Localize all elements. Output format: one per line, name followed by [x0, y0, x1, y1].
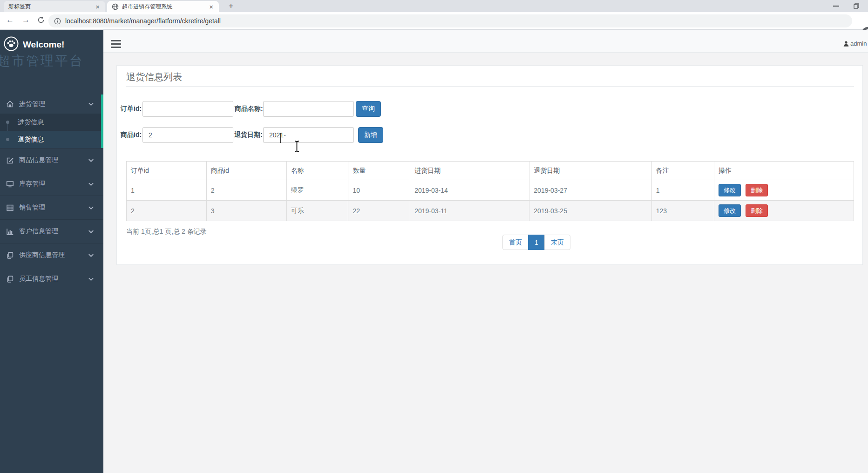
chevron-down-icon	[88, 229, 94, 235]
add-form-row: 商品id: 退货日期: 新增	[117, 127, 862, 143]
sidebar-item-sales-mgmt[interactable]: 销售管理	[0, 196, 103, 219]
sidebar-item-supplier-info-mgmt[interactable]: 供应商信息管理	[0, 243, 103, 267]
globe-icon	[112, 3, 119, 10]
user-name: admin	[850, 40, 867, 47]
cell-product-id: 2	[206, 180, 286, 201]
paw-icon	[4, 36, 19, 53]
cell-name: 可乐	[286, 201, 348, 221]
col-header: 数量	[348, 162, 410, 180]
cell-order-id: 2	[127, 201, 207, 221]
sidebar-subitem-label: 进货信息	[18, 118, 44, 127]
edit-icon	[6, 156, 14, 164]
cell-return-date: 2019-03-27	[529, 180, 651, 201]
cell-actions: 修改 删除	[714, 201, 854, 221]
col-header: 退货日期	[529, 162, 651, 180]
pagination-first[interactable]: 首页	[502, 235, 529, 250]
person-icon	[843, 41, 849, 47]
add-button[interactable]: 新增	[358, 127, 383, 143]
sidebar-item-label: 库存管理	[19, 180, 45, 188]
info-icon[interactable]	[54, 18, 61, 25]
pagination-page-1[interactable]: 1	[528, 235, 545, 250]
order-id-label: 订单id:	[121, 105, 142, 113]
copy-icon	[6, 251, 14, 259]
col-header: 进货日期	[410, 162, 529, 180]
product-name-input[interactable]	[263, 101, 354, 117]
query-button[interactable]: 查询	[356, 101, 381, 117]
bullet-dot-icon	[6, 138, 9, 141]
cell-name: 绿罗	[286, 180, 348, 201]
sidebar-item-label: 商品信息管理	[19, 156, 58, 164]
cell-note: 1	[651, 180, 714, 201]
address-bar[interactable]: localhost:8080/market/manager/flatform/c…	[48, 14, 852, 27]
new-tab-button[interactable]: +	[226, 1, 236, 11]
table-header-row: 订单id 商品id 名称 数量 进货日期 退货日期 备注 操作	[127, 162, 854, 180]
sidebar-item-employee-info-mgmt[interactable]: 员工信息管理	[0, 267, 103, 291]
desktop-icon	[6, 180, 14, 188]
chevron-down-icon	[88, 181, 94, 187]
product-id-label: 商品id:	[121, 131, 142, 139]
order-id-input[interactable]	[142, 101, 233, 117]
close-icon[interactable]: ×	[95, 3, 101, 10]
close-icon[interactable]: ×	[208, 3, 214, 10]
browser-tab-strip: 新标签页 × 超市进销存管理系统 × +	[0, 0, 868, 12]
back-icon[interactable]: ←	[6, 15, 14, 25]
chevron-down-icon	[88, 205, 94, 211]
cell-note: 123	[651, 201, 714, 221]
logged-in-user[interactable]: admin	[843, 40, 867, 47]
edit-button[interactable]: 修改	[719, 204, 741, 217]
pagination-last[interactable]: 末页	[544, 235, 570, 250]
chevron-down-icon	[88, 157, 94, 163]
table-row: 2 3 可乐 22 2019-03-11 2019-03-25 123 修改 删…	[127, 201, 854, 221]
page-title: 退货信息列表	[126, 71, 182, 83]
sidebar-subitem-label: 退货信息	[18, 135, 44, 144]
sidebar-item-label: 员工信息管理	[19, 275, 58, 283]
sidebar-item-inventory-mgmt[interactable]: 库存管理	[0, 172, 103, 196]
copy-icon	[6, 275, 14, 283]
cell-order-id: 1	[127, 180, 207, 201]
forward-icon[interactable]: →	[22, 15, 30, 25]
text-caret	[280, 133, 281, 143]
browser-tab-app[interactable]: 超市进销存管理系统 ×	[107, 1, 219, 12]
sidebar-menu: 进货管理 进货信息 退货信息	[0, 95, 103, 291]
delete-button[interactable]: 删除	[746, 184, 768, 196]
cell-purchase-date: 2019-03-14	[410, 180, 529, 201]
pagination: 首页 1 末页	[502, 235, 570, 250]
browser-toolbar: ← → localhost:8080/market/manager/flatfo…	[0, 12, 868, 30]
window-minimize-button[interactable]	[833, 6, 839, 7]
col-header: 备注	[651, 162, 714, 180]
product-id-input[interactable]	[142, 127, 233, 143]
home-icon	[6, 100, 14, 108]
platform-title: 超市管理平台	[0, 52, 84, 70]
tab-title: 超市进销存管理系统	[122, 3, 208, 11]
return-date-input[interactable]	[263, 127, 354, 143]
chevron-down-icon	[88, 276, 94, 282]
sidebar-submenu-purchase: 进货信息 退货信息	[0, 114, 103, 148]
col-header: 订单id	[127, 162, 207, 180]
sidebar: Welcome! 超市管理平台 进货管理 进货信息	[0, 30, 103, 473]
title-divider	[126, 86, 854, 87]
cell-product-id: 3	[206, 201, 286, 221]
hamburger-menu-icon[interactable]	[111, 40, 121, 50]
chevron-down-icon	[88, 101, 94, 107]
sidebar-item-label: 销售管理	[19, 203, 45, 212]
reload-icon[interactable]	[37, 16, 45, 26]
sidebar-item-product-info-mgmt[interactable]: 商品信息管理	[0, 148, 103, 172]
chevron-down-icon	[88, 252, 94, 258]
edit-button[interactable]: 修改	[719, 184, 741, 196]
delete-button[interactable]: 删除	[746, 204, 768, 217]
page-topbar: admin	[103, 30, 868, 53]
search-form-row: 订单id: 商品名称: 查询	[117, 101, 862, 117]
sidebar-item-purchase-mgmt[interactable]: 进货管理	[0, 95, 103, 114]
table-row: 1 2 绿罗 10 2019-03-14 2019-03-27 1 修改 删除	[127, 180, 854, 201]
sidebar-item-return-info[interactable]: 退货信息	[0, 131, 103, 148]
window-restore-button[interactable]	[854, 2, 859, 11]
cell-quantity: 10	[348, 180, 410, 201]
return-date-label: 退货日期:	[234, 131, 263, 139]
col-header: 操作	[714, 162, 854, 180]
sidebar-item-customer-info-mgmt[interactable]: 客户信息管理	[0, 219, 103, 243]
col-header: 名称	[286, 162, 348, 180]
browser-tab-newtab[interactable]: 新标签页 ×	[4, 1, 105, 12]
sidebar-item-purchase-info[interactable]: 进货信息	[0, 114, 103, 131]
col-header: 商品id	[206, 162, 286, 180]
ibeam-cursor-icon	[293, 140, 300, 155]
